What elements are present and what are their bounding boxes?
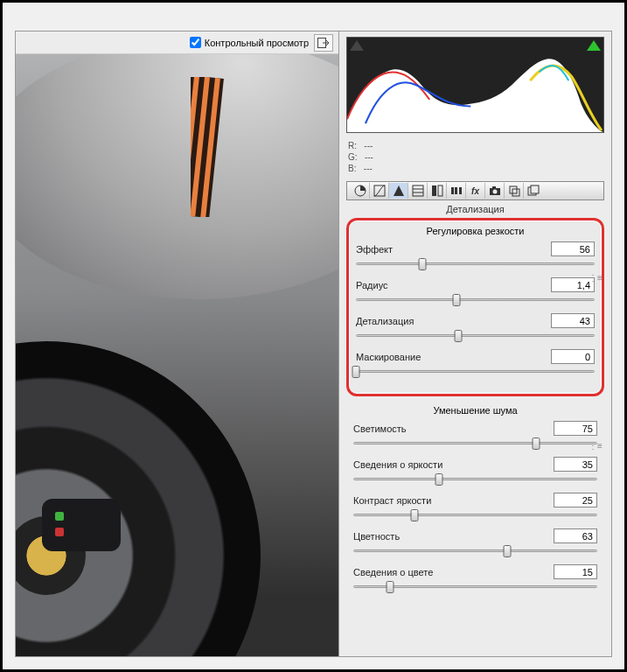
noise-row: Светимость <box>353 421 597 448</box>
g-label: G: <box>348 152 358 162</box>
svg-rect-13 <box>432 186 436 196</box>
sharpen-title: Регулировка резкости <box>356 226 595 236</box>
tab-detail[interactable] <box>389 183 408 199</box>
george-ribbon <box>191 77 224 217</box>
sharpen-slider[interactable] <box>356 294 595 304</box>
sharpen-slider[interactable] <box>356 366 595 376</box>
slider-thumb[interactable] <box>352 366 360 378</box>
noise-slider[interactable] <box>353 473 597 484</box>
car-dashboard <box>16 54 338 299</box>
r-value: --- <box>364 141 373 150</box>
svg-rect-24 <box>531 186 539 193</box>
noise-value-input[interactable] <box>554 528 597 543</box>
tab-basic[interactable] <box>351 183 370 199</box>
sharpen-label: Радиус <box>356 280 388 290</box>
svg-marker-6 <box>587 40 601 51</box>
noise-label: Сведения о цвете <box>353 567 433 578</box>
noise-row: Цветность <box>353 528 597 556</box>
svg-rect-14 <box>438 186 442 196</box>
preview-checkbox[interactable]: Контрольный просмотр <box>190 37 309 48</box>
noise-value-input[interactable] <box>554 421 597 436</box>
panel-tabs: fx <box>346 181 604 200</box>
panel-title: Детализация <box>339 200 611 216</box>
slider-thumb[interactable] <box>410 509 418 522</box>
adjustments-panel: R: --- G: --- B: --- fx Детализация ⋮≡ ⋮… <box>339 32 611 656</box>
g-value: --- <box>365 152 373 162</box>
svg-point-19 <box>492 190 497 194</box>
slider-thumb[interactable] <box>503 545 511 557</box>
noise-slider[interactable] <box>353 545 597 556</box>
panel-menu-icon[interactable]: ⋮≡ <box>589 276 596 279</box>
noise-label: Цветность <box>353 531 400 542</box>
preview-image[interactable] <box>16 54 338 656</box>
slider-thumb[interactable] <box>533 438 540 450</box>
noise-slider[interactable] <box>353 509 597 520</box>
b-label: B: <box>348 164 356 173</box>
slider-thumb[interactable] <box>455 330 463 342</box>
sharpen-row: Маскирование <box>356 349 595 376</box>
noise-group: Уменьшение шума СветимостьСведения о ярк… <box>346 402 604 609</box>
svg-rect-17 <box>459 187 462 194</box>
noise-label: Контраст яркости <box>353 495 431 506</box>
editor-frame: Контрольный просмотр <box>15 31 612 657</box>
sharpen-label: Эффект <box>356 244 393 255</box>
preview-toolbar: Контрольный просмотр <box>16 32 338 54</box>
noise-row: Сведения о яркости <box>353 457 597 484</box>
tab-camera[interactable] <box>485 183 505 199</box>
highlight-clip-icon[interactable] <box>587 40 601 51</box>
slider-thumb[interactable] <box>452 294 460 306</box>
slider-thumb[interactable] <box>419 258 427 270</box>
tab-hsl[interactable] <box>408 183 428 199</box>
noise-label: Светимость <box>353 424 407 434</box>
wheel-buttons <box>42 499 121 551</box>
tab-curve[interactable] <box>370 183 389 199</box>
noise-slider[interactable] <box>353 438 597 448</box>
svg-rect-16 <box>455 187 457 194</box>
sharpen-row: Эффект <box>356 242 595 269</box>
slider-thumb[interactable] <box>386 581 394 593</box>
fullscreen-icon <box>317 38 330 48</box>
noise-row: Сведения о цвете <box>353 564 597 592</box>
tab-snapshots[interactable] <box>524 183 543 199</box>
sharpen-value-input[interactable] <box>551 313 595 328</box>
noise-title: Уменьшение шума <box>353 405 597 416</box>
r-label: R: <box>348 141 357 150</box>
noise-value-input[interactable] <box>554 493 597 508</box>
sharpen-label: Маскирование <box>356 352 421 362</box>
svg-rect-21 <box>510 186 517 193</box>
tab-fx[interactable]: fx <box>466 183 485 199</box>
svg-marker-5 <box>350 40 364 51</box>
noise-row: Контраст яркости <box>353 493 597 520</box>
preview-checkbox-input[interactable] <box>190 37 201 48</box>
tab-split[interactable] <box>428 183 447 199</box>
sharpen-label: Детализация <box>356 316 414 326</box>
sharpen-slider[interactable] <box>356 330 595 340</box>
tab-lens[interactable] <box>447 183 466 199</box>
shadow-clip-icon[interactable] <box>350 40 364 51</box>
sharpen-row: Детализация <box>356 313 595 340</box>
slider-thumb[interactable] <box>435 473 442 486</box>
fullscreen-button[interactable] <box>314 34 333 52</box>
svg-rect-15 <box>451 187 454 194</box>
histogram-curve <box>347 38 603 132</box>
noise-slider[interactable] <box>353 581 597 592</box>
noise-value-input[interactable] <box>554 564 597 579</box>
sharpen-row: Радиус <box>356 277 595 304</box>
sharpen-value-input[interactable] <box>551 242 595 256</box>
svg-rect-10 <box>413 186 423 196</box>
preview-checkbox-label: Контрольный просмотр <box>205 38 309 48</box>
svg-marker-9 <box>394 186 404 196</box>
sharpen-value-input[interactable] <box>551 349 595 364</box>
noise-value-input[interactable] <box>554 457 597 472</box>
sharpen-slider[interactable] <box>356 258 595 269</box>
sharpen-group: Регулировка резкости ЭффектРадиусДетализ… <box>346 218 604 396</box>
tab-presets[interactable] <box>505 183 524 199</box>
svg-rect-20 <box>492 186 496 188</box>
app-window: Контрольный просмотр <box>0 0 627 672</box>
histogram[interactable] <box>346 37 604 133</box>
noise-label: Сведения о яркости <box>353 459 442 470</box>
svg-rect-22 <box>512 189 519 196</box>
preview-pane: Контрольный просмотр <box>16 32 339 656</box>
b-value: --- <box>364 164 373 173</box>
rgb-readout: R: --- G: --- B: --- <box>348 140 603 174</box>
